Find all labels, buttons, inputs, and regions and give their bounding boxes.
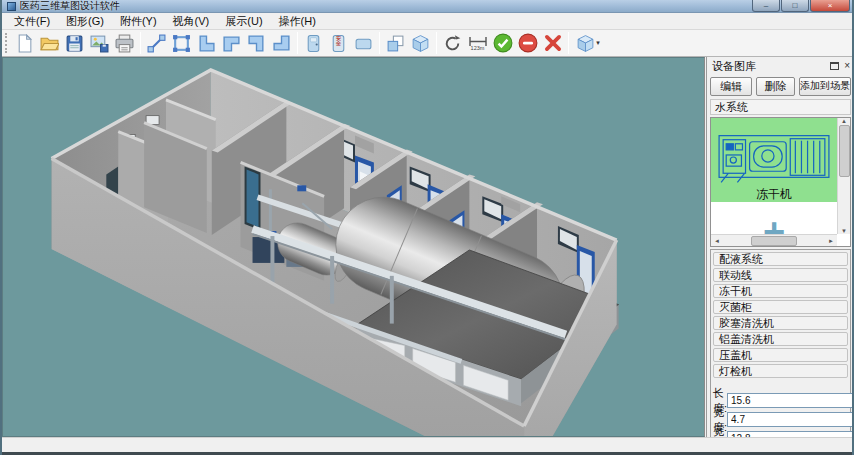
image-export-icon <box>90 34 109 53</box>
model-dropdown-button[interactable]: ▾ <box>572 31 604 56</box>
l-room-bl-button[interactable] <box>194 31 219 56</box>
plus-icon: + <box>763 217 785 234</box>
l-shape-icon <box>197 34 216 53</box>
window-title: 医药三维草图设计软件 <box>20 0 120 13</box>
l-room-tl-button[interactable] <box>219 31 244 56</box>
view-3d-button[interactable] <box>408 31 433 56</box>
gallery-vertical-scrollbar[interactable]: ▲ ▼ <box>837 118 850 234</box>
menu-operation[interactable]: 操作(H) <box>271 13 324 29</box>
category-linkage-line[interactable]: 联动线 <box>713 268 848 282</box>
safety-door-tool-button[interactable]: 安全 <box>326 31 351 56</box>
maximize-button[interactable]: □ <box>781 0 809 12</box>
section-header-water-system[interactable]: 水系统 <box>710 99 851 115</box>
dimension-row-length: 长度: <box>713 391 848 410</box>
confirm-button[interactable] <box>490 31 515 56</box>
minus-circle-icon <box>518 33 538 53</box>
menu-graphics[interactable]: 图形(G) <box>58 13 112 29</box>
save-button[interactable] <box>62 31 87 56</box>
menu-attachments[interactable]: 附件(Y) <box>112 13 165 29</box>
cad-drawing-thumbnail <box>714 128 834 186</box>
width-input[interactable] <box>727 412 854 427</box>
gallery-item-freeze-dryer[interactable]: 冻干机 <box>711 118 837 202</box>
rotate-view-button[interactable] <box>440 31 465 56</box>
category-light-inspector[interactable]: 灯检机 <box>713 364 848 378</box>
category-liquid-prep[interactable]: 配液系统 <box>713 252 848 266</box>
toolbar-separator <box>568 32 569 54</box>
l-shape-icon <box>272 34 291 53</box>
rect-room-icon <box>172 34 191 53</box>
delete-x-icon <box>543 33 563 53</box>
window-icon <box>354 34 373 53</box>
delete-item-button[interactable]: 删除 <box>756 77 795 96</box>
3d-viewport-scene[interactable] <box>3 58 704 436</box>
export-image-button[interactable] <box>87 31 112 56</box>
check-circle-icon <box>493 33 513 53</box>
category-stopper-washer[interactable]: 胶塞清洗机 <box>713 316 848 330</box>
print-icon <box>115 34 134 53</box>
measure-button[interactable]: 123m <box>465 31 490 56</box>
scroll-down-icon[interactable]: ▼ <box>838 228 850 234</box>
toolbar-separator <box>297 32 298 54</box>
equipment-library-panel: 设备图库 × 编辑 删除 添加到场景 水系统 <box>706 57 854 452</box>
menu-view[interactable]: 视角(V) <box>165 13 218 29</box>
category-and-dimensions-box: 配液系统 联动线 冻干机 灭菌柜 胶塞清洗机 铝盖清洗机 压盖机 灯检机 长度:… <box>710 249 851 450</box>
measure-label: 123m <box>471 46 485 51</box>
door-icon <box>304 34 323 53</box>
gallery-add-item[interactable]: + <box>711 202 837 234</box>
dimension-row-width: 宽度: <box>713 410 848 429</box>
draw-line-button[interactable] <box>144 31 169 56</box>
equipment-gallery: 冻干机 + ▲ ▼ ◄ ► <box>710 117 851 247</box>
draw-rect-room-button[interactable] <box>169 31 194 56</box>
vertical-scroll-thumb[interactable] <box>839 125 850 177</box>
category-freeze-dryer[interactable]: 冻干机 <box>713 284 848 298</box>
door-tool-button[interactable] <box>301 31 326 56</box>
cube-3d-icon <box>411 34 430 53</box>
remove-button[interactable] <box>515 31 540 56</box>
app-icon <box>7 2 16 11</box>
toolbar-separator <box>140 32 141 54</box>
l-shape-icon <box>247 34 266 53</box>
menu-display[interactable]: 展示(U) <box>217 13 270 29</box>
close-panel-icon[interactable]: × <box>844 61 850 71</box>
menu-file[interactable]: 文件(F) <box>6 13 58 29</box>
rotate-icon <box>443 34 462 53</box>
length-input[interactable] <box>727 393 854 408</box>
view-2d-button[interactable] <box>383 31 408 56</box>
close-button[interactable]: × <box>810 0 850 12</box>
toolbar-separator <box>379 32 380 54</box>
scroll-left-icon[interactable]: ◄ <box>711 238 723 244</box>
open-folder-icon <box>40 34 59 53</box>
add-to-scene-button[interactable]: 添加到场景 <box>799 77 851 96</box>
edit-button[interactable]: 编辑 <box>710 77 752 96</box>
l-room-br-button[interactable] <box>244 31 269 56</box>
toolbar-separator <box>436 32 437 54</box>
delete-button[interactable] <box>540 31 565 56</box>
scroll-up-icon[interactable]: ▲ <box>838 118 850 124</box>
print-button[interactable] <box>112 31 137 56</box>
gallery-item-label: 冻干机 <box>756 186 792 202</box>
minimize-button[interactable]: – <box>752 0 780 12</box>
new-file-icon <box>15 34 34 53</box>
status-bar <box>2 437 854 452</box>
cube-3d-icon <box>576 34 595 53</box>
scroll-right-icon[interactable]: ► <box>825 238 837 244</box>
float-panel-icon[interactable] <box>830 62 839 70</box>
open-file-button[interactable] <box>37 31 62 56</box>
menu-bar: 文件(F) 图形(G) 附件(Y) 视角(V) 展示(U) 操作(H) <box>2 13 854 30</box>
l-room-tr-button[interactable] <box>269 31 294 56</box>
horizontal-scroll-thumb[interactable] <box>751 236 797 246</box>
safety-door-label: 安全 <box>335 36 342 46</box>
title-bar: 医药三维草图设计软件 – □ × <box>2 0 854 13</box>
window-tool-button[interactable] <box>351 31 376 56</box>
gallery-horizontal-scrollbar[interactable]: ◄ ► <box>711 234 837 246</box>
3d-viewport[interactable] <box>2 57 705 437</box>
new-file-button[interactable] <box>12 31 37 56</box>
save-icon <box>65 34 84 53</box>
chevron-down-icon: ▾ <box>596 39 600 47</box>
line-tool-icon <box>147 34 166 53</box>
category-capping-machine[interactable]: 压盖机 <box>713 348 848 362</box>
category-cap-washer[interactable]: 铝盖清洗机 <box>713 332 848 346</box>
panel-header: 设备图库 × <box>709 57 852 74</box>
view-2d-icon <box>386 34 405 53</box>
category-sterilizer[interactable]: 灭菌柜 <box>713 300 848 314</box>
